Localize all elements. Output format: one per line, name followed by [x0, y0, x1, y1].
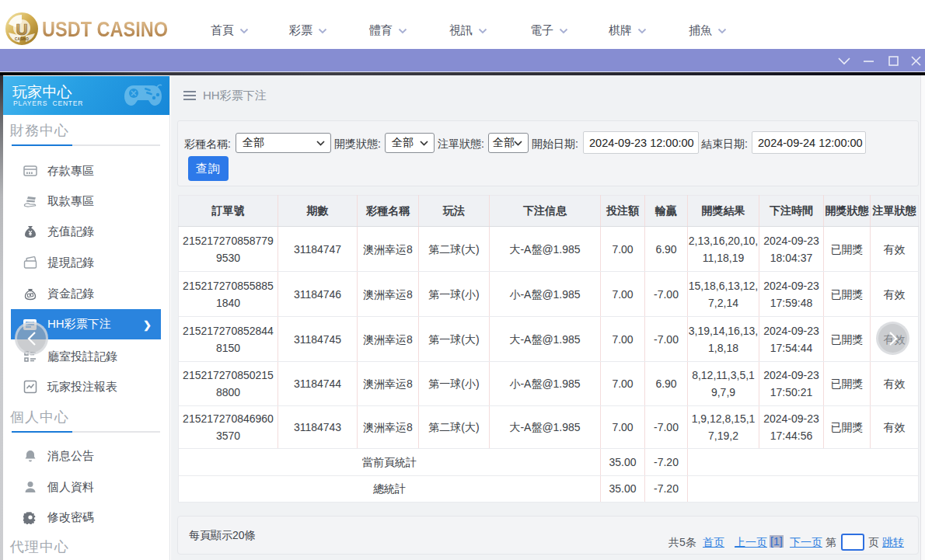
svg-text:CASINO: CASINO: [15, 37, 29, 41]
svg-text:U: U: [16, 20, 27, 38]
